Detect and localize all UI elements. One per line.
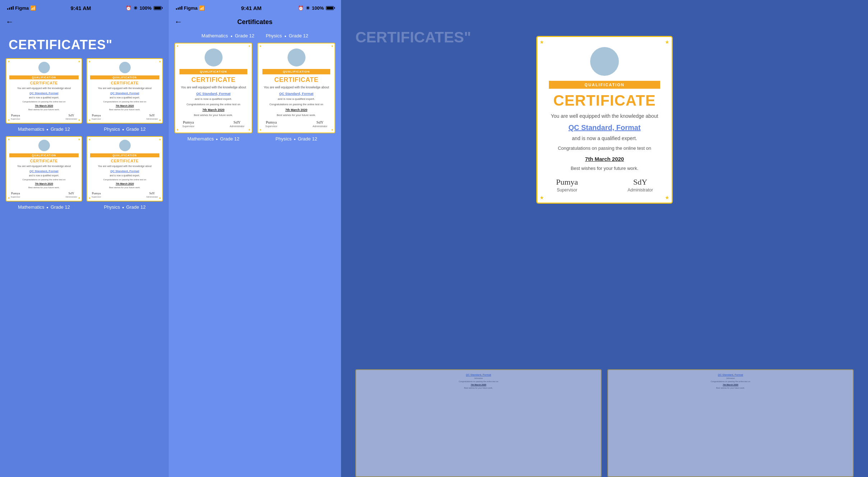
filter-tab-physics[interactable]: Physics Grade 12 (266, 33, 308, 38)
big-administrator-label: Administrator (627, 187, 653, 193)
battery-icon (154, 6, 162, 10)
cert-sig-supervisor: Pumya Supervisor (11, 191, 20, 198)
administrator-sig-lg: SdY (234, 120, 241, 124)
cert-item-mathematics-1[interactable]: ★ ★ QUALIFICATION CERTIFICATE You are we… (6, 58, 82, 132)
administrator-label-lg: Administrator (313, 125, 327, 128)
supervisor-sig-lg: Pumya (266, 120, 277, 124)
big-cert-signatures: Pumya Supervisor SdY Administrator (549, 177, 660, 193)
cert-sig-administrator-lg: SdY Administrator (313, 120, 327, 128)
cert-body: You are well equipped with the knowledge… (17, 165, 71, 168)
corner-star-bl: ★ (259, 128, 262, 131)
cert-body: You are well equipped with the knowledge… (17, 87, 71, 90)
corner-star-bl: ★ (8, 119, 10, 122)
cert-signatures: Pumya Supervisor SdY Administrator (9, 114, 79, 120)
battery-icon-p2 (326, 6, 334, 10)
panel2-cert-card-mathematics[interactable]: ★ ★ QUALIFICATION CERTIFICATE You are we… (174, 43, 252, 133)
cert-subject-link[interactable]: QC Standard, Format (29, 92, 58, 95)
panel-detail-view: CERTIFICATES" ★ ★ QUALIFICATION CERTIFIC… (341, 0, 868, 477)
panel2-cert-item-physics[interactable]: ★ ★ QUALIFICATION CERTIFICATE You are we… (257, 43, 335, 142)
cert-best-wishes: Best wishes for your future work. (109, 108, 140, 111)
panel2-cert-card-physics[interactable]: ★ ★ QUALIFICATION CERTIFICATE You are we… (257, 43, 335, 133)
cert-congrats: Congratulations on passing the online te… (103, 100, 146, 103)
supervisor-label: Supervisor (92, 118, 101, 120)
filter-tab-mathematics[interactable]: Mathematics Grade 12 (201, 33, 254, 38)
big-cert-sig-administrator: SdY Administrator (627, 177, 653, 193)
cert-card-physics-2[interactable]: ★ ★ QUALIFICATION CERTIFICATE You are we… (87, 136, 163, 202)
cert-date: 7th March 2020 (116, 105, 134, 107)
administrator-label: Administrator (146, 118, 158, 120)
cert-best-wishes: Best wishes for your future work. (28, 186, 60, 189)
cert-qualified: and is now a qualified expert. (109, 174, 140, 177)
panel2-cert-item-mathematics[interactable]: ★ ★ QUALIFICATION CERTIFICATE You are we… (174, 43, 252, 142)
cert-card-mathematics-1[interactable]: ★ ★ QUALIFICATION CERTIFICATE You are we… (6, 58, 82, 124)
cert-item-physics-1[interactable]: ★ ★ QUALIFICATION CERTIFICATE You are we… (87, 58, 163, 132)
cert-card-physics-1[interactable]: ★ ★ QUALIFICATION CERTIFICATE You are we… (87, 58, 163, 124)
big-cert-subject-link[interactable]: QC Standard, Format (568, 124, 640, 132)
cert-best-wishes: Best wishes for your future work. (28, 108, 60, 111)
cert-item-mathematics-2[interactable]: ★ ★ QUALIFICATION CERTIFICATE You are we… (6, 136, 82, 210)
administrator-sig: SdY (69, 191, 74, 195)
corner-star-tl: ★ (8, 60, 10, 63)
signal-icon (7, 6, 14, 10)
qualification-banner: QUALIFICATION (9, 75, 79, 79)
corner-star-tl: ★ (8, 138, 10, 141)
battery-label: 100% (140, 5, 151, 11)
big-cert-popup[interactable]: ★ ★ QUALIFICATION CERTIFICATE You are we… (536, 36, 673, 204)
cert-subject-link-lg[interactable]: QC Standard, Format (279, 92, 314, 96)
cert-sig-supervisor: Pumya Supervisor (92, 114, 101, 120)
supervisor-label: Supervisor (11, 196, 20, 198)
cert-subject-link[interactable]: QC Standard, Format (110, 170, 139, 173)
cert-subject-link[interactable]: QC Standard, Format (29, 170, 58, 173)
big-cert-sig-supervisor: Pumya Supervisor (556, 177, 578, 193)
bg-cert-subject-1: QC Standard, Format (466, 374, 491, 376)
cert-title-lg: CERTIFICATE (274, 76, 318, 84)
cert-item-physics-2[interactable]: ★ ★ QUALIFICATION CERTIFICATE You are we… (87, 136, 163, 210)
administrator-label-lg: Administrator (230, 125, 244, 128)
supervisor-label-lg: Supervisor (182, 125, 194, 128)
back-button-panel1[interactable]: ← (6, 17, 14, 27)
signal-icon-p2 (176, 6, 182, 10)
cert-qualified: and is now a qualified expert. (29, 96, 59, 99)
big-corner-star-tr: ★ (665, 39, 669, 45)
cert-congrats-lg: Congratulations on passing the online te… (269, 102, 323, 106)
cert-sig-administrator: SdY Administrator (66, 114, 77, 120)
supervisor-sig: Pumya (11, 191, 20, 195)
cert-body: You are well equipped with the knowledge… (98, 165, 152, 168)
big-supervisor-label: Supervisor (557, 187, 577, 193)
cert-best-wishes-lg: Best wishes for your future work. (194, 114, 233, 117)
status-bar-panel1: Figma 📶 9:41 AM ⏰ ✳ 100% (0, 0, 169, 16)
panel2-cert-label-mathematics: Mathematics Grade 12 (187, 136, 239, 142)
panel3-bg-cert-1: QC Standard, Format Johnston Congratulat… (355, 369, 602, 477)
status-bar-panel2: Figma 📶 9:41 AM ⏰ ✳ 100% (169, 0, 341, 16)
big-corner-star-tl: ★ (540, 39, 544, 45)
corner-star-tr: ★ (248, 45, 251, 48)
alarm-icon-p2: ⏰ (298, 5, 304, 11)
nav-panel2: ← Certificates (169, 16, 341, 30)
clock-panel2: 9:41 AM (241, 5, 262, 11)
cert-card-mathematics-2[interactable]: ★ ★ QUALIFICATION CERTIFICATE You are we… (6, 136, 82, 202)
carrier-label-p2: Figma (184, 5, 197, 11)
cert-signatures-lg: Pumya Supervisor SdY Administrator (262, 120, 330, 128)
administrator-sig-lg: SdY (317, 120, 324, 124)
cert-subject-link-lg[interactable]: QC Standard, Format (196, 92, 231, 96)
cert-date: 7th March 2020 (35, 105, 53, 107)
battery-info: ⏰ ✳ 100% (126, 5, 162, 11)
administrator-label: Administrator (146, 196, 158, 198)
panel1-header: CERTIFICATES" (0, 30, 169, 58)
administrator-label: Administrator (66, 118, 77, 120)
back-button-panel2[interactable]: ← (174, 17, 182, 27)
bluetooth-icon: ✳ (134, 5, 137, 11)
corner-star-br: ★ (331, 128, 333, 131)
corner-star-bl: ★ (88, 119, 91, 122)
corner-star-tl: ★ (88, 138, 91, 141)
cert-date-lg: 7th March 2020 (285, 108, 307, 112)
cert-qualified-lg: and is now a qualified expert. (278, 97, 315, 101)
corner-star-br: ★ (78, 196, 80, 200)
corner-star-br: ★ (78, 119, 80, 122)
corner-star-bl: ★ (176, 128, 179, 131)
corner-star-tl: ★ (88, 60, 91, 63)
cert-subject-link[interactable]: QC Standard, Format (110, 92, 139, 95)
panel3-overlay: CERTIFICATES" ★ ★ QUALIFICATION CERTIFIC… (341, 0, 868, 477)
cert-sig-supervisor: Pumya Supervisor (92, 191, 101, 198)
bluetooth-icon-p2: ✳ (306, 5, 310, 11)
